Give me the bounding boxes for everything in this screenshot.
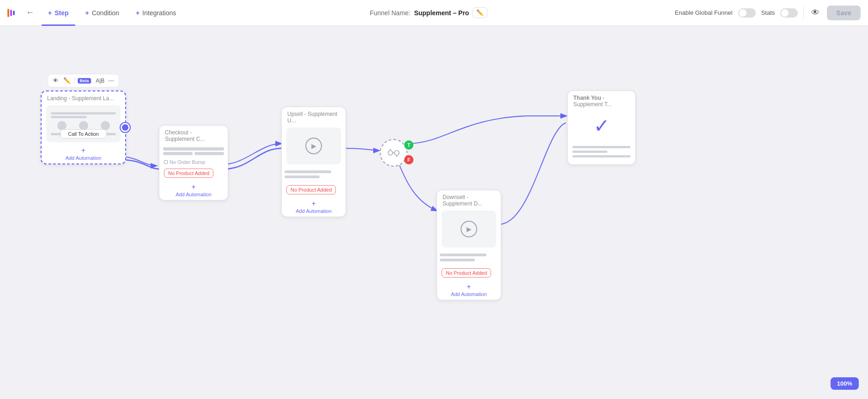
topbar: ← + Step + Condition + Integrations Funn… bbox=[0, 0, 868, 26]
topbar-right: Enable Global Funnel Stats 👁 Save bbox=[675, 6, 861, 20]
stats-label: Stats bbox=[761, 9, 775, 16]
landing-node-tools: 👁 ✏️ Beta A|B ⋯ bbox=[48, 74, 120, 87]
downsell-node: Downsell - Supplement D... ▶ No Product … bbox=[437, 190, 501, 300]
checkout-add-automation[interactable]: + Add Automation bbox=[159, 181, 228, 200]
upsell-node-title: Upsell - Supplement U... bbox=[282, 107, 346, 126]
zoom-badge: 100% bbox=[831, 377, 859, 390]
connectors-svg bbox=[0, 26, 868, 399]
downsell-node-title: Downsell - Supplement D... bbox=[437, 190, 501, 209]
logo bbox=[7, 9, 15, 17]
checkout-preview bbox=[159, 144, 228, 158]
condition-node[interactable] bbox=[380, 139, 407, 167]
downsell-add-automation[interactable]: + Add Automation bbox=[437, 280, 501, 300]
ab-test-label[interactable]: A|B bbox=[96, 78, 104, 84]
thankyou-check-preview: ✓ bbox=[568, 109, 635, 142]
preview-button[interactable]: 👁 bbox=[809, 6, 821, 19]
checkout-node: Checkout - Supplement C... No Order Bump… bbox=[159, 125, 228, 200]
upsell-node: Upsell - Supplement U... ▶ No Product Ad… bbox=[281, 107, 346, 217]
thankyou-node: Thank You - Supplement T... ✓ bbox=[567, 91, 636, 165]
connector-dot bbox=[121, 123, 130, 132]
save-button[interactable]: Save bbox=[827, 6, 861, 20]
svg-point-0 bbox=[388, 151, 393, 155]
funnel-name-area: Funnel Name: Supplement – Pro ✏️ bbox=[186, 7, 671, 18]
upsell-no-product-badge: No Product Added bbox=[286, 185, 336, 194]
tab-integrations[interactable]: + Integrations bbox=[129, 6, 182, 19]
landing-preview: Call To Action bbox=[46, 105, 121, 142]
check-icon: ✓ bbox=[594, 115, 610, 137]
funnel-name-label: Funnel Name: bbox=[370, 9, 410, 17]
landing-node-title: Landing - Supplement La... bbox=[42, 91, 125, 103]
no-order-bump: No Order Bump bbox=[159, 158, 228, 166]
more-options-icon[interactable]: ⋯ bbox=[107, 76, 115, 85]
condition-false-badge: F bbox=[404, 155, 413, 164]
condition-true-badge: T bbox=[404, 140, 413, 150]
funnel-name-value: Supplement – Pro bbox=[414, 9, 469, 17]
cta-button-preview: Call To Action bbox=[60, 129, 106, 139]
landing-add-automation[interactable]: + Add Automation bbox=[42, 144, 125, 163]
checkout-no-product-badge: No Product Added bbox=[164, 169, 213, 178]
back-button[interactable]: ← bbox=[22, 6, 38, 19]
upsell-preview: ▶ bbox=[286, 127, 341, 164]
tab-step[interactable]: + Step bbox=[42, 6, 75, 19]
downsell-preview: ▶ bbox=[442, 211, 496, 248]
downsell-no-product-badge: No Product Added bbox=[442, 268, 491, 278]
canvas: 👁 ✏️ Beta A|B ⋯ Landing - Supplement La.… bbox=[0, 26, 868, 399]
beta-badge: Beta bbox=[78, 78, 91, 84]
thankyou-node-title: Thank You - Supplement T... bbox=[568, 91, 635, 109]
tab-condition[interactable]: + Condition bbox=[79, 6, 126, 19]
edit-funnel-name-button[interactable]: ✏️ bbox=[473, 7, 487, 18]
eye-tool-icon[interactable]: 👁 bbox=[52, 76, 60, 85]
enable-global-label: Enable Global Funnel bbox=[675, 9, 733, 16]
edit-tool-icon[interactable]: ✏️ bbox=[62, 76, 72, 85]
play-icon: ▶ bbox=[305, 138, 322, 154]
enable-global-toggle[interactable] bbox=[738, 8, 756, 18]
checkout-node-title: Checkout - Supplement C... bbox=[159, 126, 228, 144]
svg-point-1 bbox=[395, 151, 399, 155]
play-icon-downsell: ▶ bbox=[461, 221, 477, 237]
stats-toggle[interactable] bbox=[780, 8, 798, 18]
condition-icon bbox=[387, 147, 401, 158]
upsell-add-automation[interactable]: + Add Automation bbox=[282, 197, 346, 217]
landing-node: 👁 ✏️ Beta A|B ⋯ Landing - Supplement La.… bbox=[41, 91, 126, 164]
